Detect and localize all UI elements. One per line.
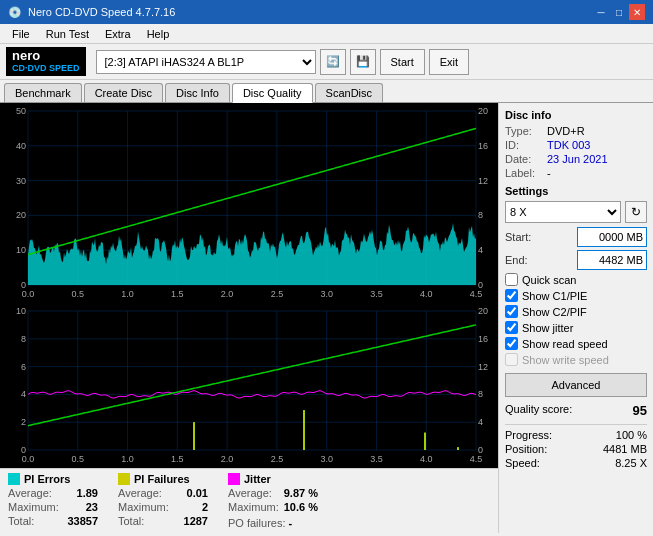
app-icon: 💿 [8, 6, 22, 19]
disc-id-value: TDK 003 [547, 139, 590, 151]
end-label: End: [505, 254, 528, 266]
advanced-button[interactable]: Advanced [505, 373, 647, 397]
position-value: 4481 MB [603, 443, 647, 455]
disc-date-value: 23 Jun 2021 [547, 153, 608, 165]
minimize-button[interactable]: ─ [593, 4, 609, 20]
pi-errors-label: PI Errors [24, 473, 70, 485]
disc-date-row: Date: 23 Jun 2021 [505, 153, 647, 165]
nero-logo: nero CD·DVD SPEED [6, 47, 86, 75]
menu-help[interactable]: Help [139, 26, 178, 42]
disc-info-title: Disc info [505, 109, 647, 121]
refresh-drive-button[interactable]: 🔄 [320, 49, 346, 75]
quick-scan-checkbox[interactable] [505, 273, 518, 286]
title-bar-left: 💿 Nero CD-DVD Speed 4.7.7.16 [8, 6, 175, 19]
show-read-speed-row: Show read speed [505, 337, 647, 350]
pi-failures-total-value: 1287 [184, 515, 208, 527]
start-input[interactable] [577, 227, 647, 247]
pi-failures-avg-label: Average: [118, 487, 162, 499]
show-write-speed-checkbox[interactable] [505, 353, 518, 366]
settings-title: Settings [505, 185, 647, 197]
close-button[interactable]: ✕ [629, 4, 645, 20]
save-button[interactable]: 💾 [350, 49, 376, 75]
pi-failures-label: PI Failures [134, 473, 190, 485]
menu-file[interactable]: File [4, 26, 38, 42]
jitter-label: Jitter [244, 473, 271, 485]
speed-display-value: 8.25 X [615, 457, 647, 469]
disc-label-value: - [547, 167, 551, 179]
show-write-speed-label: Show write speed [522, 354, 609, 366]
tab-create-disc[interactable]: Create Disc [84, 83, 163, 102]
pi-failures-total-label: Total: [118, 515, 144, 527]
quick-scan-row: Quick scan [505, 273, 647, 286]
speed-select[interactable]: 8 X Max 2 X 4 X 12 X 16 X [505, 201, 621, 223]
jitter-max-value: 10.6 % [284, 501, 318, 513]
disc-date-label: Date: [505, 153, 543, 165]
chart-area: PI Errors Average: 1.89 Maximum: 23 Tota… [0, 103, 498, 533]
show-read-speed-label: Show read speed [522, 338, 608, 350]
end-row: End: [505, 250, 647, 270]
jitter-avg-value: 9.87 % [284, 487, 318, 499]
show-c2-checkbox[interactable] [505, 305, 518, 318]
show-c2-label: Show C2/PIF [522, 306, 587, 318]
tabs: Benchmark Create Disc Disc Info Disc Qua… [0, 80, 653, 103]
quick-scan-label: Quick scan [522, 274, 576, 286]
jitter-dot [228, 473, 240, 485]
pi-errors-group: PI Errors Average: 1.89 Maximum: 23 Tota… [8, 473, 98, 529]
pi-failures-header: PI Failures [118, 473, 208, 485]
menu-extra[interactable]: Extra [97, 26, 139, 42]
disc-id-row: ID: TDK 003 [505, 139, 647, 151]
progress-label: Progress: [505, 429, 552, 441]
jitter-avg-row: Average: 9.87 % [228, 487, 318, 499]
menu-bar: File Run Test Extra Help [0, 24, 653, 44]
pi-errors-header: PI Errors [8, 473, 98, 485]
pi-errors-avg-value: 1.89 [77, 487, 98, 499]
show-c1-row: Show C1/PIE [505, 289, 647, 302]
exit-button[interactable]: Exit [429, 49, 469, 75]
speed-refresh-button[interactable]: ↻ [625, 201, 647, 223]
jitter-avg-label: Average: [228, 487, 272, 499]
pi-failures-max-value: 2 [202, 501, 208, 513]
tab-disc-info[interactable]: Disc Info [165, 83, 230, 102]
jitter-max-label: Maximum: [228, 501, 279, 513]
pi-failures-max-row: Maximum: 2 [118, 501, 208, 513]
po-failures-value: - [289, 517, 293, 529]
pi-failures-max-label: Maximum: [118, 501, 169, 513]
disc-type-row: Type: DVD+R [505, 125, 647, 137]
pi-errors-max-label: Maximum: [8, 501, 59, 513]
pi-errors-total-row: Total: 33857 [8, 515, 98, 527]
main-content: PI Errors Average: 1.89 Maximum: 23 Tota… [0, 103, 653, 533]
start-button[interactable]: Start [380, 49, 425, 75]
show-c2-row: Show C2/PIF [505, 305, 647, 318]
maximize-button[interactable]: □ [611, 4, 627, 20]
show-jitter-checkbox[interactable] [505, 321, 518, 334]
drive-select[interactable]: [2:3] ATAPI iHAS324 A BL1P [96, 50, 316, 74]
title-bar-controls: ─ □ ✕ [593, 4, 645, 20]
speed-display-row: Speed: 8.25 X [505, 457, 647, 469]
pi-errors-avg-label: Average: [8, 487, 52, 499]
tab-benchmark[interactable]: Benchmark [4, 83, 82, 102]
menu-run-test[interactable]: Run Test [38, 26, 97, 42]
show-c1-label: Show C1/PIE [522, 290, 587, 302]
pi-failures-total-row: Total: 1287 [118, 515, 208, 527]
jitter-group: Jitter Average: 9.87 % Maximum: 10.6 % P… [228, 473, 318, 529]
start-row: Start: [505, 227, 647, 247]
show-c1-checkbox[interactable] [505, 289, 518, 302]
progress-section: Progress: 100 % Position: 4481 MB Speed:… [505, 424, 647, 469]
right-panel: Disc info Type: DVD+R ID: TDK 003 Date: … [498, 103, 653, 533]
pi-errors-max-value: 23 [86, 501, 98, 513]
toolbar: nero CD·DVD SPEED [2:3] ATAPI iHAS324 A … [0, 44, 653, 80]
progress-row: Progress: 100 % [505, 429, 647, 441]
pi-errors-avg-row: Average: 1.89 [8, 487, 98, 499]
speed-display-label: Speed: [505, 457, 540, 469]
stats-bar: PI Errors Average: 1.89 Maximum: 23 Tota… [0, 468, 498, 533]
disc-type-value: DVD+R [547, 125, 585, 137]
disc-id-label: ID: [505, 139, 543, 151]
end-input[interactable] [577, 250, 647, 270]
tab-disc-quality[interactable]: Disc Quality [232, 83, 313, 103]
show-read-speed-checkbox[interactable] [505, 337, 518, 350]
show-jitter-row: Show jitter [505, 321, 647, 334]
show-jitter-label: Show jitter [522, 322, 573, 334]
tab-scan-disc[interactable]: ScanDisc [315, 83, 383, 102]
show-write-speed-row: Show write speed [505, 353, 647, 366]
quality-score-value: 95 [633, 403, 647, 418]
